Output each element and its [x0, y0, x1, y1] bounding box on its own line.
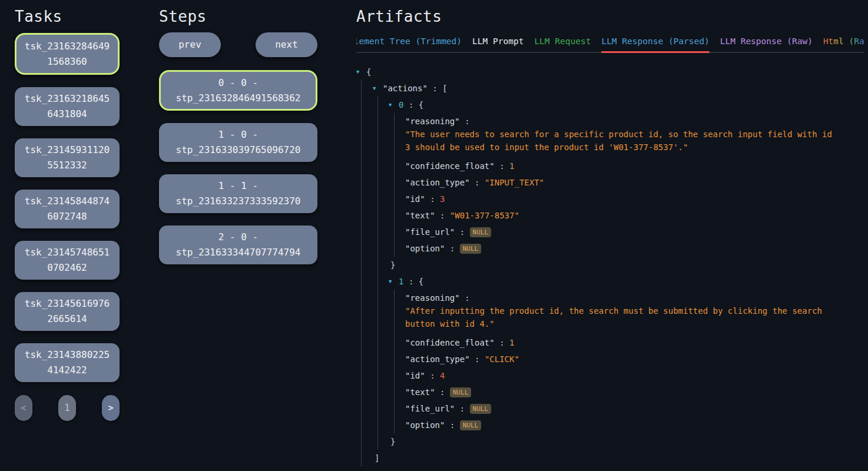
json-row-actions: ▼"actions" : [ — [362, 80, 864, 97]
json-punct: { — [419, 277, 423, 286]
json-punct: : — [475, 178, 479, 187]
caret-down-icon[interactable]: ▼ — [389, 273, 399, 290]
step-button[interactable]: 1 - 1 - stp_231633237333592370 — [159, 174, 317, 213]
json-row-id: "id" : 3 — [395, 191, 864, 207]
null-value-badge: NULL — [470, 227, 492, 237]
task-button[interactable]: tsk_231458448746072748 — [15, 190, 120, 228]
json-row-action-type: "action_type" : "CLICK" — [395, 351, 864, 367]
json-punct: : — [430, 371, 435, 380]
json-row-item-open: ▼0 : { — [378, 97, 864, 113]
step-label: 1 - 0 - stp_231633039765096720 — [171, 127, 306, 158]
json-row-action-type: "action_type" : "INPUT_TEXT" — [395, 174, 864, 191]
json-key: "confidence_float" — [405, 338, 495, 347]
json-punct: : — [465, 117, 469, 126]
json-row-text: "text" : "W01-377-8537" — [395, 207, 864, 224]
json-value-string: "CLICK" — [485, 354, 519, 364]
json-row-option: "option" : NULL — [395, 240, 864, 257]
artifacts-tab-bar: Element Tree (Trimmed) LLM Prompt LLM Re… — [356, 35, 864, 53]
tab-llm-response-raw[interactable]: LLM Response (Raw) — [720, 35, 813, 52]
json-punct: } — [390, 437, 395, 446]
pagination-next-button[interactable]: > — [102, 395, 120, 421]
json-row-file-url: "file_url" : NULL — [395, 224, 864, 240]
json-punct: : — [460, 227, 465, 237]
json-row-reasoning-key: "reasoning" : — [395, 113, 864, 130]
json-punct: : — [409, 100, 413, 110]
json-punct: : — [465, 293, 469, 303]
json-key: "option" — [405, 420, 445, 430]
json-punct: : — [499, 338, 504, 347]
null-value-badge: NULL — [470, 404, 492, 414]
json-punct: { — [419, 100, 423, 110]
json-row-root-close: } — [356, 466, 864, 471]
json-key: "action_type" — [405, 354, 470, 364]
json-actions-block: ▼0 : { "reasoning" : "The user needs to … — [377, 97, 864, 450]
json-row-actions-close: ] — [362, 450, 864, 466]
task-button[interactable]: tsk_231632186456431804 — [15, 87, 120, 126]
json-item-block: "reasoning" : "The user needs to search … — [394, 113, 864, 257]
json-row-text: "text" : NULL — [395, 384, 864, 400]
caret-down-icon[interactable]: ▼ — [356, 64, 366, 80]
json-key: "file_url" — [405, 404, 455, 413]
json-punct: : — [432, 84, 437, 93]
json-key: "text" — [405, 387, 435, 397]
json-key: "file_url" — [405, 227, 455, 237]
json-key: "id" — [405, 371, 425, 380]
task-list: tsk_231632846491568360 tsk_2316321864564… — [15, 33, 120, 382]
json-row-root-open: ▼{ — [356, 64, 864, 80]
caret-down-icon[interactable]: ▼ — [373, 80, 383, 97]
step-button[interactable]: 1 - 0 - stp_231633039765096720 — [159, 123, 317, 162]
json-row-confidence: "confidence_float" : 1 — [395, 158, 864, 174]
steps-title: Steps — [159, 8, 317, 25]
json-key: "option" — [405, 244, 445, 253]
json-punct: : — [409, 277, 413, 286]
json-key: "actions" — [383, 84, 428, 93]
step-button[interactable]: 2 - 0 - stp_231633344707774794 — [159, 225, 317, 264]
tab-html-raw[interactable]: Html (Raw) — [823, 35, 864, 52]
json-punct: : — [450, 420, 455, 430]
json-row-item-close: } — [378, 433, 864, 450]
next-step-button[interactable]: next — [256, 32, 317, 57]
json-array-index: 0 — [399, 100, 403, 110]
prev-step-button[interactable]: prev — [159, 32, 221, 57]
json-value-string: "W01-377-8537" — [450, 211, 519, 220]
task-button[interactable]: tsk_231456169762665614 — [15, 292, 120, 331]
task-button[interactable]: tsk_231459311205512332 — [15, 138, 120, 177]
json-punct: : — [430, 194, 435, 204]
json-key: "action_type" — [405, 178, 470, 187]
json-array-index: 1 — [399, 277, 403, 286]
json-punct: { — [366, 67, 371, 77]
null-value-badge: NULL — [460, 420, 482, 430]
json-punct: [ — [442, 84, 447, 93]
step-button[interactable]: 0 - 0 - stp_231632846491568362 — [159, 70, 317, 111]
json-punct: ] — [375, 453, 379, 463]
tab-element-tree-trimmed[interactable]: Element Tree (Trimmed) — [356, 35, 462, 52]
artifacts-title: Artifacts — [356, 8, 864, 25]
json-value-string: "The user needs to search for a specific… — [405, 128, 834, 154]
tasks-pagination: < 1 > — [15, 395, 120, 421]
json-row-file-url: "file_url" : NULL — [395, 400, 864, 417]
json-value-float: 1 — [509, 338, 514, 347]
pagination-prev-button[interactable]: < — [15, 395, 32, 421]
tab-llm-response-parsed[interactable]: LLM Response (Parsed) — [601, 35, 709, 52]
json-value-float: 1 — [509, 161, 514, 171]
tab-llm-request[interactable]: LLM Request — [534, 35, 591, 52]
json-punct: : — [440, 211, 445, 220]
caret-down-icon[interactable]: ▼ — [389, 97, 399, 113]
null-value-badge: NULL — [450, 387, 472, 397]
json-punct: : — [475, 354, 479, 364]
json-punct: : — [440, 387, 445, 397]
step-nav: prev next — [159, 32, 317, 57]
task-button[interactable]: tsk_231438802254142422 — [15, 343, 120, 382]
json-key: "id" — [405, 194, 425, 204]
pagination-page-1-button[interactable]: 1 — [58, 395, 76, 421]
step-label: 1 - 1 - stp_231633237333592370 — [171, 178, 306, 209]
task-button[interactable]: tsk_231457486510702462 — [15, 241, 120, 280]
json-key: "reasoning" — [405, 117, 460, 126]
json-punct: : — [499, 161, 504, 171]
null-value-badge: NULL — [460, 244, 482, 254]
json-row-option: "option" : NULL — [395, 417, 864, 433]
tab-llm-prompt[interactable]: LLM Prompt — [472, 35, 524, 52]
json-root-block: ▼"actions" : [ ▼0 : { "reasoning" : "The… — [361, 80, 864, 466]
json-punct: : — [450, 244, 455, 253]
task-button[interactable]: tsk_231632846491568360 — [15, 33, 120, 75]
